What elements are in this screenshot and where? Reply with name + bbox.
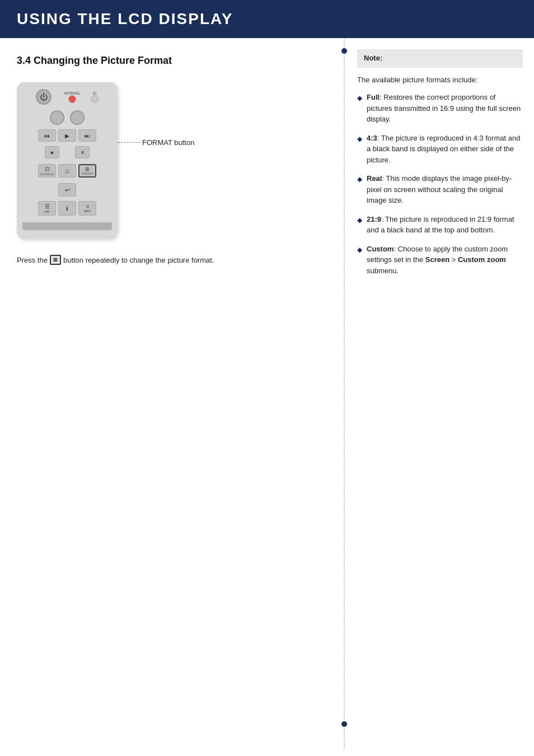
format-item-text: Full: Restores the correct proportions o…: [367, 92, 523, 125]
right-column: Note: The available picture formats incl…: [344, 38, 534, 749]
format-item-text: 21:9: The picture is reproduced in 21:9 …: [367, 214, 523, 236]
press-instruction: Press the ⊞ button repeatedly to change …: [17, 255, 330, 265]
format-list-item: ◆Custom: Choose to apply the custom zoom…: [357, 244, 523, 277]
remote-control-illustration: ⏻ NORMAL ID: [17, 82, 118, 239]
source-label: SOURCE: [40, 172, 54, 176]
format-label-line: FORMAT button: [106, 138, 194, 147]
home-button: ⌂: [58, 164, 76, 178]
info-button: ℹ: [58, 201, 76, 216]
format-button-label: FORMAT button: [142, 138, 194, 147]
bottom-row: ☰ LIST ℹ ⊙ INFO: [38, 201, 96, 216]
format-item-name: 21:9: [367, 215, 381, 223]
format-list-item: ◆Real: This mode displays the image pixe…: [357, 173, 523, 206]
stop-button: ■: [45, 146, 59, 158]
normal-label: NORMAL: [64, 91, 81, 95]
note-label: Note:: [364, 54, 516, 62]
power-button: ⏻: [36, 89, 51, 105]
page-header: USING THE LCD DISPLAY: [0, 0, 534, 38]
format-list-item: ◆21:9: The picture is reproduced in 21:9…: [357, 214, 523, 236]
format-item-name: Custom: [367, 245, 394, 253]
led-row: NORMAL ID: [64, 91, 99, 103]
transport-row: ⏮ ▶ ⏭: [38, 129, 96, 142]
rewind-button: ⏮: [38, 129, 56, 142]
remote-bottom-strip: [22, 222, 112, 230]
format-item-name: 4:3: [367, 134, 377, 142]
fastforward-button: ⏭: [78, 129, 96, 142]
format-item-name: Full: [367, 93, 380, 101]
format-item-name: Real: [367, 174, 382, 183]
id-label: ID: [92, 91, 96, 95]
back-button: ↩: [58, 183, 76, 197]
diamond-icon: ◆: [357, 174, 362, 184]
note-intro: The available picture formats include:: [357, 76, 523, 84]
circle-right: [70, 110, 85, 125]
note-box: Note:: [357, 49, 523, 68]
diamond-icon: ◆: [357, 134, 362, 144]
diamond-icon: ◆: [357, 93, 362, 103]
diamond-icon: ◆: [357, 245, 362, 255]
section-title: 3.4 Changing the Picture Format: [17, 55, 330, 67]
dot-top: [341, 48, 347, 54]
small-btns-row: ■ ⏸: [45, 146, 90, 158]
format-item-text: Real: This mode displays the image pixel…: [367, 173, 523, 206]
format-inline-icon: ⊞: [50, 255, 61, 265]
pause-button: ⏸: [75, 146, 90, 158]
instruction-text-after: button repeatedly to change the picture …: [63, 256, 214, 264]
remote-wrapper: ⏻ NORMAL ID: [17, 82, 330, 239]
format-list-item: ◆4:3: The picture is reproduced in 4:3 f…: [357, 133, 523, 166]
page-title: USING THE LCD DISPLAY: [17, 10, 517, 28]
main-content: 3.4 Changing the Picture Format ⏻ NORMAL: [0, 38, 534, 749]
left-column: 3.4 Changing the Picture Format ⏻ NORMAL: [0, 38, 344, 749]
play-button: ▶: [58, 129, 76, 142]
instruction-text-before: Press the: [17, 256, 48, 264]
remote-top-row: ⏻ NORMAL ID: [22, 89, 112, 105]
format-item-text: Custom: Choose to apply the custom zoom …: [367, 244, 523, 277]
source-button: ⊡ SOURCE: [38, 164, 56, 178]
format-button: ⊞ FORMAT: [78, 164, 96, 178]
remote-circles: [50, 110, 85, 125]
id-led: [91, 95, 99, 103]
source-format-row: ⊡ SOURCE ⌂ ⊞ FORMAT: [38, 164, 96, 178]
format-item-text: 4:3: The picture is reproduced in 4:3 fo…: [367, 133, 523, 166]
format-list: ◆Full: Restores the correct proportions …: [357, 92, 523, 276]
list-button: ☰ LIST: [38, 201, 56, 216]
dot-bottom: [341, 721, 347, 727]
circle-left: [50, 110, 64, 125]
page-number: 33: [0, 749, 534, 756]
diamond-icon: ◆: [357, 215, 362, 225]
extra-button: ⊙ INFO: [78, 201, 96, 216]
back-row: ↩: [58, 183, 76, 197]
normal-led: [68, 95, 76, 103]
format-list-item: ◆Full: Restores the correct proportions …: [357, 92, 523, 125]
